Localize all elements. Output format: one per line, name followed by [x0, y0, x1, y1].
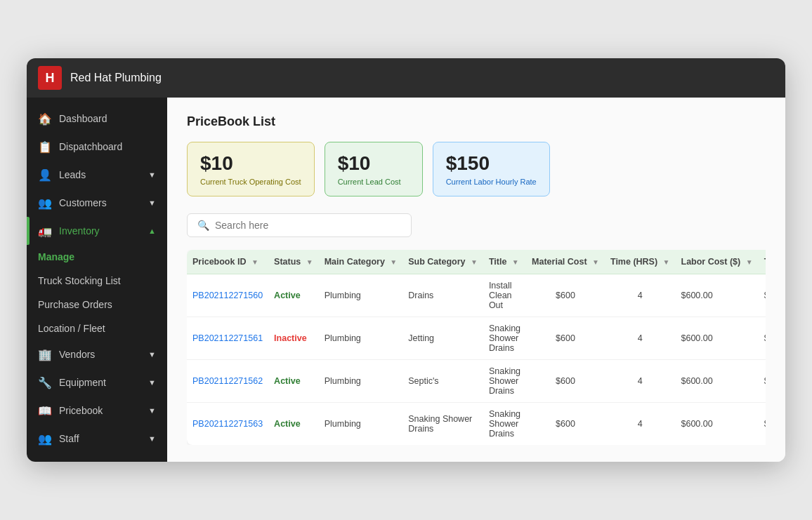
card-lead-cost-label: Current Lead Cost [338, 178, 410, 186]
filter-icon-labor-cost[interactable]: ▼ [746, 258, 753, 266]
app-logo: H [38, 66, 62, 90]
sidebar-label-inventory: Inventory [59, 225, 100, 236]
cell-time-hrs-0: 4 [605, 274, 676, 317]
sidebar-item-staff[interactable]: 👥 Staff ▼ [27, 425, 167, 453]
inventory-submenu: Manage Truck Stocking List Purchase Orde… [27, 245, 167, 340]
cell-pricebook-id-0[interactable]: PB202112271560 [187, 274, 268, 317]
card-truck-cost-label: Current Truck Operating Cost [200, 178, 301, 186]
card-truck-cost-amount: $10 [200, 152, 301, 175]
card-labor-rate-amount: $150 [446, 152, 537, 175]
sidebar-item-leads[interactable]: 👤 Leads ▼ [27, 161, 167, 189]
filter-icon-main-category[interactable]: ▼ [390, 258, 397, 266]
pricebook-table: Pricebook ID ▼ Status ▼ Main Category ▼ [187, 250, 766, 445]
sidebar-label-dispatchboard: Dispatchboard [59, 141, 122, 152]
table-row: PB202112271562 Active Plumbing Septic's … [187, 360, 766, 403]
active-indicator [27, 217, 30, 245]
sidebar-item-equipment[interactable]: 🔧 Equipment ▼ [27, 368, 167, 396]
vendors-icon: 🏢 [38, 347, 52, 361]
sidebar-item-inventory[interactable]: 🚛 Inventory ▲ [27, 217, 167, 245]
sidebar-sub-location-fleet[interactable]: Location / Fleet [27, 316, 167, 340]
cell-total-cost-1: $1600.00 [759, 317, 766, 360]
main-content: PriceBook List $10 Current Truck Operati… [167, 98, 785, 462]
sidebar-item-dashboard[interactable]: 🏠 Dashboard [27, 105, 167, 133]
filter-icon-title[interactable]: ▼ [512, 258, 519, 266]
pricebook-icon: 📖 [38, 404, 52, 418]
card-lead-cost: $10 Current Lead Cost [325, 142, 423, 196]
cell-sub-category-0: Drains [402, 274, 483, 317]
card-labor-rate-label: Current Labor Hourly Rate [446, 178, 537, 186]
cell-title-0: Install Clean Out [483, 274, 526, 317]
filter-icon-pricebook-id[interactable]: ▼ [251, 258, 258, 266]
cell-main-category-1: Plumbing [319, 317, 403, 360]
cell-labor-cost-3: $600.00 [676, 403, 759, 446]
cell-total-cost-2: $1600.00 [759, 360, 766, 403]
inventory-icon: 🚛 [38, 224, 52, 238]
card-labor-rate: $150 Current Labor Hourly Rate [433, 142, 550, 196]
cell-status-0: Active [268, 274, 319, 317]
cell-labor-cost-0: $600.00 [676, 274, 759, 317]
card-lead-cost-amount: $10 [338, 152, 410, 175]
cell-status-1: Inactive [268, 317, 319, 360]
staff-chevron: ▼ [148, 434, 156, 443]
sidebar-sub-manage[interactable]: Manage [27, 245, 167, 269]
page-title: PriceBook List [187, 114, 766, 129]
app-window: H Red Hat Plumbing 🏠 Dashboard 📋 Dispatc… [27, 58, 785, 462]
cell-labor-cost-1: $600.00 [676, 317, 759, 360]
filter-icon-status[interactable]: ▼ [306, 258, 313, 266]
cell-status-2: Active [268, 360, 319, 403]
col-labor-cost: Labor Cost ($) ▼ [676, 250, 759, 274]
app-name: Red Hat Plumbing [70, 72, 162, 84]
cell-pricebook-id-2[interactable]: PB202112271562 [187, 360, 268, 403]
sidebar-item-pricebook[interactable]: 📖 Pricebook ▼ [27, 396, 167, 425]
col-main-category: Main Category ▼ [319, 250, 403, 274]
sidebar-label-vendors: Vendors [59, 349, 95, 360]
customers-icon: 👥 [38, 196, 52, 210]
staff-icon: 👥 [38, 432, 52, 446]
cell-labor-cost-2: $600.00 [676, 360, 759, 403]
col-sub-category: Sub Category ▼ [402, 250, 483, 274]
col-time-hrs: Time (HRS) ▼ [605, 250, 676, 274]
cell-time-hrs-1: 4 [605, 317, 676, 360]
search-input[interactable] [215, 220, 401, 231]
main-layout: 🏠 Dashboard 📋 Dispatchboard 👤 Leads ▼ 👥 … [27, 98, 785, 462]
filter-icon-sub-category[interactable]: ▼ [471, 258, 478, 266]
filter-icon-time-hrs[interactable]: ▼ [663, 258, 670, 266]
search-bar[interactable]: 🔍 [187, 213, 412, 237]
cell-time-hrs-2: 4 [605, 360, 676, 403]
summary-cards: $10 Current Truck Operating Cost $10 Cur… [187, 142, 766, 196]
table-row: PB202112271560 Active Plumbing Drains In… [187, 274, 766, 317]
cell-total-cost-0: $1600.00 [759, 274, 766, 317]
cell-title-1: Snaking Shower Drains [483, 317, 526, 360]
cell-sub-category-2: Septic's [402, 360, 483, 403]
table-body: PB202112271560 Active Plumbing Drains In… [187, 274, 766, 446]
col-total-cost: Total Cost ▼ [759, 250, 766, 274]
customers-chevron: ▼ [148, 199, 156, 207]
cell-total-cost-3: $1600.00 [759, 403, 766, 446]
table-row: PB202112271561 Inactive Plumbing Jetting… [187, 317, 766, 360]
sidebar-label-leads: Leads [59, 169, 86, 180]
cell-time-hrs-3: 4 [605, 403, 676, 446]
sidebar-item-dispatchboard[interactable]: 📋 Dispatchboard [27, 133, 167, 161]
cell-title-2: Snaking Shower Drains [483, 360, 526, 403]
equipment-icon: 🔧 [38, 375, 52, 389]
cell-main-category-3: Plumbing [319, 403, 403, 446]
table-wrapper: Pricebook ID ▼ Status ▼ Main Category ▼ [187, 250, 766, 445]
sidebar-item-vendors[interactable]: 🏢 Vendors ▼ [27, 340, 167, 368]
sidebar-sub-truck-stocking[interactable]: Truck Stocking List [27, 269, 167, 293]
sidebar-label-dashboard: Dashboard [59, 113, 107, 124]
pricebook-chevron: ▼ [148, 406, 156, 415]
leads-icon: 👤 [38, 168, 52, 182]
sidebar-sub-purchase-orders[interactable]: Purchase Orders [27, 293, 167, 316]
search-icon: 🔍 [197, 220, 209, 231]
cell-main-category-2: Plumbing [319, 360, 403, 403]
dashboard-icon: 🏠 [38, 112, 52, 126]
cell-pricebook-id-1[interactable]: PB202112271561 [187, 317, 268, 360]
cell-status-3: Active [268, 403, 319, 446]
cell-pricebook-id-3[interactable]: PB202112271563 [187, 403, 268, 446]
leads-chevron: ▼ [148, 171, 156, 179]
cell-material-cost-1: $600 [526, 317, 605, 360]
sidebar-item-customers[interactable]: 👥 Customers ▼ [27, 189, 167, 217]
cell-sub-category-1: Jetting [402, 317, 483, 360]
filter-icon-material-cost[interactable]: ▼ [592, 258, 599, 266]
col-pricebook-id: Pricebook ID ▼ [187, 250, 268, 274]
